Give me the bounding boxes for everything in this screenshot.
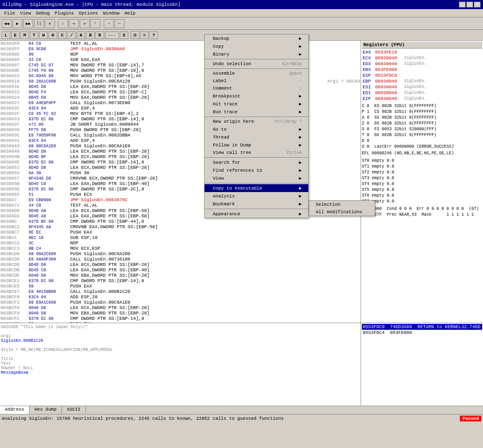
menu-window[interactable]: Window — [100, 10, 122, 17]
cm-label[interactable]: Label: — [205, 77, 308, 85]
menu-options[interactable]: Options — [76, 10, 100, 17]
reg-row: EAX05S3FE18 — [362, 49, 482, 55]
disasm-row[interactable]: 003BCDB8D45 C0 LEA EAX,DWORD PTR SS:[EBP… — [0, 268, 360, 273]
cm-thread[interactable]: Thread▶ — [205, 133, 308, 141]
tb-step3[interactable]: ↩ — [80, 19, 90, 28]
tb2-layout1[interactable]: ⊟ — [131, 31, 139, 39]
disasm-row[interactable]: 003BCFC8370 EC 08 CMP DWORD PTR SS:[EBP-… — [0, 316, 360, 321]
menu-file[interactable]: File — [2, 10, 17, 17]
cm-findreferences[interactable]: Find references to▶ — [205, 166, 308, 174]
tb-play2[interactable]: ▶▶ — [23, 19, 33, 28]
menu-help[interactable]: Help — [122, 10, 138, 17]
tab-hexdump[interactable]: Hex dump — [29, 406, 62, 414]
tb2-b[interactable]: B — [86, 32, 95, 39]
disasm-row[interactable]: 003BCF083C4 04 ADD ESP,20 — [0, 295, 360, 300]
tb2-k[interactable]: K — [77, 32, 85, 39]
disasm-row[interactable]: 003BCC38B C4 MOV ECX,ESP — [0, 246, 360, 251]
minimize-button[interactable]: _ — [459, 2, 466, 7]
reg-row: EBP00930040SiglusEn. — [362, 78, 482, 84]
tb2-e[interactable]: E — [11, 32, 20, 39]
tb2-t[interactable]: T — [30, 32, 39, 39]
cm-assemble[interactable]: AssembleSpace — [205, 70, 308, 77]
disasm-row[interactable]: 003BCD5E8 A9A0F300CALL SiglusEn.00736180 — [0, 257, 360, 262]
disasm-row[interactable]: 003BCE7E8 40150B00CALL SiglusEn.000B1C20 — [0, 289, 360, 295]
reg-row: ESI00930040SiglusEn. — [362, 84, 482, 90]
tb-pause[interactable]: || — [34, 19, 44, 28]
disasm-row[interactable]: 003BCD068 00A2C600PUSH SiglusEn.00C6A200 — [0, 251, 360, 257]
reg-row: EIP00930040SiglusEn. — [362, 96, 482, 102]
disasm-row[interactable]: 003BCF98040 D8 MOV EBX,DWORD PTR SS:[EBP… — [0, 311, 360, 316]
cm-breakpoint[interactable]: Breakpoint▶ — [205, 92, 308, 100]
tb2-layout2[interactable]: ≡ — [140, 32, 149, 39]
cm-comment[interactable]: Comment; — [205, 85, 308, 92]
sm-selection[interactable]: Selection — [309, 201, 375, 208]
cm-sep1 — [205, 59, 308, 59]
tb2-s[interactable]: S — [120, 32, 129, 39]
cm-backup[interactable]: Backup▶ — [205, 34, 308, 42]
tb-step4[interactable]: ↑ — [90, 19, 100, 28]
tb-stop[interactable]: ✕ — [45, 19, 55, 28]
disasm-row[interactable]: 0030BC20F4345 A8 CMOVNB EAX,DWORD PTR SS… — [0, 224, 360, 230]
disasm-row[interactable]: 003BCDE8040 D8 MOV EBX,DWORD PTR SS:[EBP… — [0, 273, 360, 278]
tb2-c[interactable]: C — [58, 32, 67, 39]
tb2-l[interactable]: L — [2, 32, 10, 39]
disasm-row[interactable]: 0030BC76E EC PUSH EAX — [0, 230, 360, 235]
cm-copy[interactable]: Copy▶ — [205, 42, 308, 50]
tb-trace2[interactable]: ← — [115, 19, 124, 28]
hex-dump[interactable]: UNICODE "This Game is Japan Only□□" Arg1… — [0, 323, 361, 406]
tab-ascii[interactable]: ASCII — [62, 406, 86, 414]
cm-searchfor[interactable]: Search for▶ — [205, 158, 308, 166]
tb-step2[interactable]: ↪ — [69, 19, 79, 28]
disasm-row[interactable]: 003BCE18370 EC 08 CMP DWORD PTR SS:[EBP-… — [0, 278, 360, 284]
cm-followdump[interactable]: Follow in Dump▶ — [205, 141, 308, 149]
cm-viewcalltree[interactable]: View call treeCtrl+K — [205, 149, 308, 156]
tb2-slash[interactable]: / — [67, 32, 76, 39]
disasm-row[interactable]: 0030BC 837D BC 08 CMP DWORD PTR SS:[EBP-… — [0, 219, 360, 224]
disasm-row[interactable]: 003BCD88D4D D8 LEA ECX,DWORD PTR SS:[EBP… — [0, 262, 360, 268]
tb-trace[interactable]: → — [104, 19, 114, 28]
right-panel: Registers (FPU) EAX05S3FE18ECX00930040Si… — [361, 41, 483, 323]
cm-runtrace[interactable]: Run trace▶ — [205, 108, 308, 116]
cm-view[interactable]: View▶ — [205, 174, 308, 182]
title-bar-text: OllyDbg - SiglusEngine.exe - [CPU - main… — [2, 2, 181, 7]
menu-view[interactable]: View — [17, 10, 33, 17]
tab-address[interactable]: Address — [0, 406, 29, 414]
disasm-row[interactable]: 003BCC 8EC 18 SUB ESP,18 — [0, 235, 360, 241]
stack-panel: 05S3FDC0 74DD3S89 RETURN to KERNEL32.74D… — [361, 323, 483, 406]
disasm-row[interactable]: 003BCC23C NOP — [0, 241, 360, 246]
cm-appearance[interactable]: Appearance▶ — [205, 210, 308, 218]
tb-play[interactable]: ▶ — [12, 19, 22, 28]
cm-neworigin[interactable]: New origin hereCtrl+Gray * — [205, 118, 308, 125]
cm-bookmark[interactable]: Bookmark▶ — [205, 200, 308, 208]
tb2-m[interactable]: M — [20, 32, 29, 39]
maximize-button[interactable]: □ — [466, 2, 473, 7]
cm-hittrace[interactable]: Hit trace▶ — [205, 100, 308, 108]
disasm-row[interactable]: 003BCF168 E0A1C600PUSH SiglusEn.00C6A1E0 — [0, 300, 360, 305]
tb-step[interactable]: ↓ — [58, 19, 68, 28]
stack-row2[interactable]: 05S3FDC4 053FE000 — [362, 330, 482, 336]
title-bar: OllyDbg - SiglusEngine.exe - [CPU - main… — [0, 0, 483, 9]
bottom-bar: Address Hex dump ASCII — [0, 406, 483, 414]
menu-plugins[interactable]: Plugins — [52, 10, 76, 17]
tb2-h[interactable]: H — [49, 32, 57, 39]
cm-analysis[interactable]: Analysis▶ — [205, 192, 308, 200]
stack-row1[interactable]: 05S3FDC0 74DD3S89 RETURN to KERNEL32.74D… — [362, 324, 482, 330]
tb-rewind[interactable]: ◀◀ — [2, 19, 12, 28]
cm-undo[interactable]: Undo selectionAlt+BkSp — [205, 60, 308, 68]
tb2-w[interactable]: W — [39, 32, 48, 39]
cm-binary[interactable]: Binary▶ — [205, 50, 308, 58]
sm-allmodifications[interactable]: All modifications — [309, 208, 375, 216]
menu-debug[interactable]: Debug — [34, 10, 52, 17]
tb2-r[interactable]: R — [95, 32, 104, 39]
close-button[interactable]: × — [474, 2, 481, 7]
disasm-row[interactable]: 003BCE550 PUSH EAX — [0, 284, 360, 289]
registers-list: EAX05S3FE18ECX00930040SiglusEn.EDX009300… — [362, 49, 482, 102]
context-menu: Backup▶ Copy▶ Binary▶ Undo selectionAlt+… — [204, 34, 309, 218]
tb2-dots[interactable]: ··· — [105, 32, 119, 39]
cm-goto[interactable]: Go to▶ — [205, 125, 308, 133]
tb2-help[interactable]: ? — [149, 32, 158, 39]
cm-sep6 — [205, 209, 308, 209]
disasm-row[interactable]: 003BCF68040 D8 LEA ECX,DWORD PTR SS:[EBP… — [0, 305, 360, 311]
cm-copytoexe[interactable]: Copy to executable▶ — [205, 184, 308, 192]
disasm-row[interactable]: 003BCFF50 PUSH EAX — [0, 321, 360, 323]
